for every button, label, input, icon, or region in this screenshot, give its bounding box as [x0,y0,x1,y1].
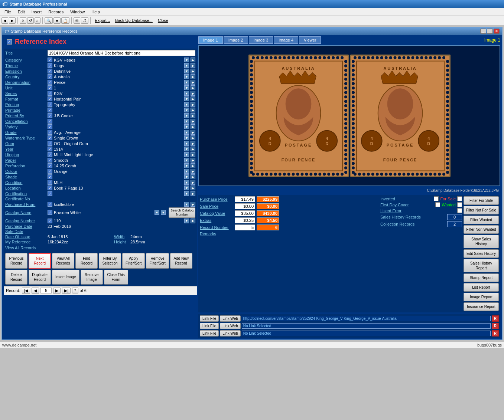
arrow-year[interactable]: ▶ [191,147,195,151]
dropdown-theme[interactable]: ▼ [184,63,189,68]
link-r-btn-1[interactable]: R [492,315,499,322]
view-all-records-button[interactable]: View All Records [5,246,36,250]
dropdown-printed-by[interactable]: ▼ [184,113,189,118]
arrow-series[interactable]: ▶ [191,91,195,96]
arrow-shade[interactable]: ▶ [191,174,195,179]
check-emission[interactable]: ✓ [48,69,52,73]
label-emission[interactable]: Emission [5,69,46,73]
link-input-1[interactable] [242,316,491,321]
label-theme[interactable]: Theme [5,63,46,68]
dropdown-gum[interactable]: ▼ [184,141,189,146]
menu-file[interactable]: File [1,9,14,15]
toolbar-search[interactable]: 🔍 [45,17,53,24]
toolbar-stop[interactable]: ✕ [20,17,26,24]
label-year[interactable]: Year [5,147,46,151]
wanted-link[interactable]: Wanted [442,203,456,207]
arrow-printing[interactable]: ▶ [191,102,195,107]
toolbar-back[interactable]: ◀ [1,17,8,24]
arrow-paper[interactable]: ▶ [191,158,195,163]
dropdown-catalog-number[interactable]: ▼ [184,219,189,223]
image-report-button[interactable]: Image Report [464,293,499,301]
close-form-button[interactable]: Close ThisForm [104,270,128,285]
check-shade[interactable]: ✓ [48,174,52,179]
check-printing[interactable]: ✓ [48,102,52,107]
dropdown-denomination[interactable]: ▼ [184,80,189,85]
dropdown-catalog-name[interactable]: ▼ [155,210,159,215]
arrow-hinging[interactable]: ▶ [191,152,195,157]
toolbar-mail[interactable]: ✉ [74,17,80,24]
checkbox-forsale[interactable] [457,196,462,201]
maximize-button[interactable]: □ [487,29,493,34]
next-record-button[interactable]: NextRecord [29,253,51,269]
arrow-theme[interactable]: ▶ [191,63,195,68]
stamp-report-button[interactable]: Stamp Report [464,273,499,282]
fin-input-sale-orange[interactable] [257,203,279,209]
fin-input-sale[interactable] [235,203,255,209]
link-file-btn-2[interactable]: Link File [200,323,219,329]
label-country[interactable]: Country [5,75,46,79]
count-label-sales-history[interactable]: Sales History Records [380,215,446,219]
fin-label-remarks[interactable]: Remarks [200,232,233,236]
count-input-collection[interactable] [447,221,462,227]
dropdown2-catalog-name[interactable]: ▼ [161,210,166,215]
label-condition[interactable]: Condition [5,180,46,185]
tab-image1[interactable]: Image 1 [198,36,223,44]
link-web-btn-2[interactable]: Link Web [220,323,241,329]
check-label-inverted[interactable]: Inverted [380,197,432,201]
fin-input-catalog-val-orange[interactable] [257,210,279,216]
fin-input-record-num2[interactable] [257,224,279,230]
rec-current-input[interactable] [40,288,52,293]
fin-label-sale[interactable]: Sale Price [200,204,233,209]
rec-next-button[interactable]: ▶ [53,288,61,294]
check-location[interactable]: ✓ [48,186,52,190]
link-web-btn-1[interactable]: Link Web [220,315,241,322]
dropdown-format[interactable]: ▼ [184,96,189,101]
dropdown-series[interactable]: ▼ [184,91,189,96]
link-r-btn-2[interactable]: R [492,323,499,329]
filter-not-for-sale-button[interactable]: Filter Not For Sale [464,206,499,214]
arrow-grade[interactable]: ▶ [191,130,195,135]
tab-image3[interactable]: Image 3 [249,36,273,44]
dropdown-location[interactable]: ▼ [184,186,189,190]
label-purchase-date[interactable]: Purchase Date [5,224,46,229]
checkbox-fdc[interactable] [435,202,440,207]
filter-non-wanted-button[interactable]: Filter Non Wanted [464,225,499,234]
label-unit[interactable]: Unit [5,86,46,90]
remove-image-button[interactable]: RemoveImage [81,270,103,285]
minimize-button[interactable]: _ [480,29,486,34]
insert-image-button[interactable]: Insert Image [52,270,79,285]
dropdown-variety[interactable]: ▼ [184,124,189,129]
arrow-gum[interactable]: ▶ [191,141,195,146]
arrow-printage[interactable]: ▶ [191,108,195,112]
delete-record-button[interactable]: DeleteRecord [5,270,27,285]
list-report-button[interactable]: List Report [464,283,499,292]
menu-insert[interactable]: Insert [29,9,45,15]
checkbox-listed-error[interactable] [457,208,462,213]
arrow-format[interactable]: ▶ [191,96,195,101]
toolbar-history[interactable]: 📋 [61,17,69,24]
checkbox-wanted[interactable] [457,202,462,207]
check-certification[interactable]: ✓ [48,191,52,196]
count-label-collection[interactable]: Collection Records [380,222,446,226]
dropdown-emission[interactable]: ▼ [184,69,189,73]
link-web-btn-3[interactable]: Link Web [220,330,241,337]
dropdown-perforation[interactable]: ▼ [184,163,189,168]
label-perforation[interactable]: Perforation [5,164,46,168]
check-paper[interactable]: ✓ [48,158,52,163]
label-myref[interactable]: My Reference [5,240,46,244]
label-sale-date[interactable]: Sale Date [5,229,46,234]
add-new-record-button[interactable]: Add NewRecord [170,253,192,269]
arrow-watermark[interactable]: ▶ [191,135,195,140]
label-format[interactable]: Format [5,97,46,101]
label-printing[interactable]: Printing [5,102,46,107]
check-printed-by[interactable]: ✓ [48,113,52,118]
arrow-colour[interactable]: ▶ [191,169,195,174]
label-colour[interactable]: Colour [5,169,46,174]
filter-for-sale-button[interactable]: Filter For Sale [464,196,499,205]
check-label-listed-error[interactable]: Listed Error [380,209,456,213]
dropdown-category[interactable]: ▼ [184,58,189,62]
menu-records[interactable]: Records [45,9,66,15]
label-printage[interactable]: Printage [5,108,46,112]
tab-image4[interactable]: Image 4 [274,36,298,44]
toolbar-backup[interactable]: Back Up Database... [113,17,155,23]
